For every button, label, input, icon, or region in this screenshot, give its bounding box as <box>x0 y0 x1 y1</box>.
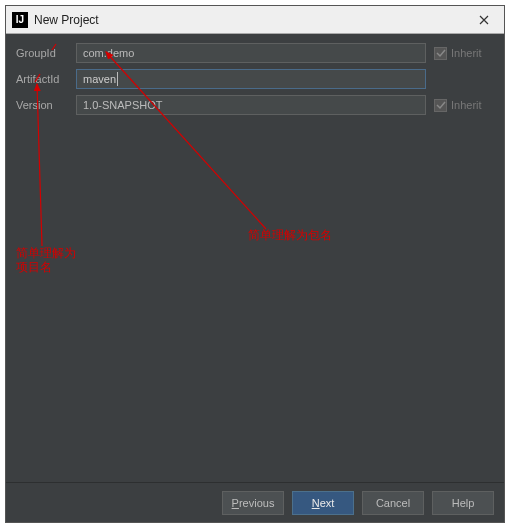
groupid-input[interactable]: com.demo <box>76 43 426 63</box>
artifactid-row: ArtifactId maven <box>16 68 494 90</box>
app-icon: IJ <box>12 12 28 28</box>
groupid-row: GroupId com.demo Inherit <box>16 42 494 64</box>
version-label: Version <box>16 99 76 111</box>
checkbox-icon <box>434 99 447 112</box>
artifactid-value: maven <box>83 73 116 85</box>
annotation-project-l1: 简单理解为 <box>16 246 76 260</box>
help-button[interactable]: Help <box>432 491 494 515</box>
close-button[interactable] <box>470 6 498 34</box>
groupid-label: GroupId <box>16 47 76 59</box>
dialog-footer: Previous Next Cancel Help <box>6 482 504 522</box>
form-area: GroupId com.demo Inherit ArtifactId mave… <box>6 34 504 482</box>
artifactid-input[interactable]: maven <box>76 69 426 89</box>
previous-button[interactable]: Previous <box>222 491 284 515</box>
cancel-button[interactable]: Cancel <box>362 491 424 515</box>
inherit-label: Inherit <box>451 99 482 111</box>
titlebar: IJ New Project <box>6 6 504 34</box>
annotation-project-l2: 项目名 <box>16 260 52 274</box>
close-icon <box>479 15 489 25</box>
annotation-package: 简单理解为包名 <box>248 228 332 242</box>
version-input[interactable]: 1.0-SNAPSHOT <box>76 95 426 115</box>
window-title: New Project <box>34 13 470 27</box>
text-caret <box>117 72 118 86</box>
groupid-inherit[interactable]: Inherit <box>434 47 494 60</box>
inherit-label: Inherit <box>451 47 482 59</box>
next-button[interactable]: Next <box>292 491 354 515</box>
checkbox-icon <box>434 47 447 60</box>
new-project-dialog: IJ New Project GroupId com.demo Inherit … <box>5 5 505 523</box>
version-row: Version 1.0-SNAPSHOT Inherit <box>16 94 494 116</box>
artifactid-label: ArtifactId <box>16 73 76 85</box>
annotation-project: 简单理解为 项目名 <box>16 246 76 274</box>
version-inherit[interactable]: Inherit <box>434 99 494 112</box>
